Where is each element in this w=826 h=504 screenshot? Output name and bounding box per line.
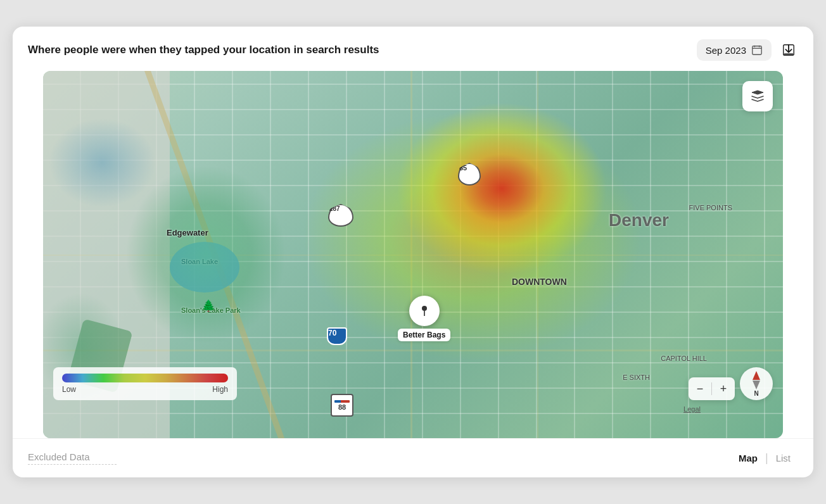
main-card: Where people were when they tapped your … — [13, 27, 813, 477]
map-container[interactable]: Sloan Lake Denver DOWNTOWN FIVE POINTS C… — [43, 71, 783, 438]
pin-dot — [422, 306, 427, 311]
compass-north-arrow — [753, 371, 760, 380]
view-toggle-section: Map | List — [731, 449, 798, 467]
header-controls: Sep 2023 — [697, 39, 798, 61]
download-button[interactable] — [779, 41, 798, 60]
pin-stem — [424, 311, 425, 316]
zoom-in-button[interactable]: + — [712, 377, 735, 400]
calendar-icon — [751, 44, 763, 56]
flag-bar — [334, 400, 350, 403]
compass-inner: N — [753, 371, 760, 397]
pin-circle — [409, 296, 440, 326]
zoom-controls: − + — [689, 377, 735, 400]
shield-us-287: 287 — [328, 204, 353, 227]
legend-low-label: Low — [62, 385, 76, 394]
shield-us-85-shape: 85 — [458, 163, 481, 186]
compass-south-arrow — [753, 381, 760, 389]
footer: Excluded Data Map | List — [13, 438, 813, 477]
location-pin: Better Bags — [398, 296, 450, 341]
layers-icon — [750, 89, 765, 104]
list-view-button[interactable]: List — [768, 449, 798, 467]
shield-us-287-shape: 287 — [328, 204, 353, 227]
legend-labels: Low High — [62, 385, 228, 394]
excluded-data-label: Excluded Data — [28, 451, 117, 462]
page-title: Where people were when they tapped your … — [28, 44, 379, 56]
date-label: Sep 2023 — [706, 45, 746, 56]
compass-n-label: N — [754, 390, 758, 397]
svg-rect-0 — [753, 46, 761, 55]
excluded-data-underline — [28, 464, 117, 465]
legal-link[interactable]: Legal — [683, 405, 701, 413]
heat-legend: Low High — [53, 367, 237, 400]
zoom-out-button[interactable]: − — [689, 377, 711, 400]
tree-icon: 🌲 — [201, 299, 215, 313]
shield-state-88: 88 — [331, 394, 353, 417]
shield-i-70-shape: 70 — [327, 327, 347, 345]
view-toggle: Map | List — [731, 449, 798, 467]
shield-us-85: 85 — [458, 163, 481, 186]
better-bags-label: Better Bags — [398, 329, 450, 341]
map-layers-button[interactable] — [742, 81, 773, 111]
date-picker-button[interactable]: Sep 2023 — [697, 39, 772, 61]
legend-gradient-bar — [62, 374, 228, 382]
shield-state-88-shape: 88 — [331, 394, 353, 417]
shield-i-70: 70 — [327, 327, 347, 345]
header: Where people were when they tapped your … — [13, 27, 813, 71]
map-wrapper: Sloan Lake Denver DOWNTOWN FIVE POINTS C… — [13, 71, 813, 438]
map-view-button[interactable]: Map — [731, 449, 765, 467]
compass: N — [740, 367, 773, 400]
excluded-data-section: Excluded Data — [28, 451, 117, 465]
download-icon — [782, 43, 796, 57]
legend-high-label: High — [212, 385, 228, 394]
